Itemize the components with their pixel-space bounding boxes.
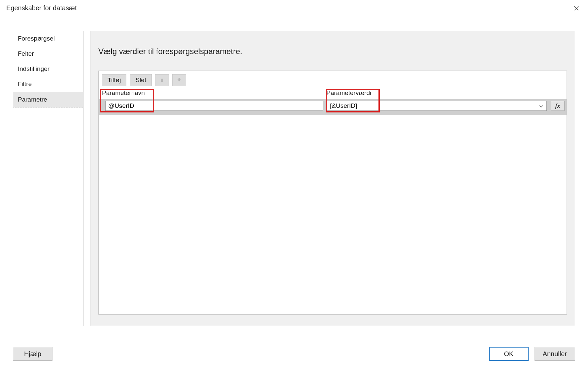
ok-button[interactable]: OK bbox=[489, 347, 529, 361]
parameter-row: @UserID [&UserID] fx bbox=[99, 99, 567, 112]
sidebar-item-label: Felter bbox=[18, 50, 34, 57]
add-button-label: Tilføj bbox=[108, 77, 121, 84]
sidebar-item-label: Parametre bbox=[18, 96, 47, 103]
help-button[interactable]: Hjælp bbox=[13, 347, 52, 361]
panel-heading: Vælg værdier til forespørgselsparametre. bbox=[90, 31, 575, 59]
arrow-down-icon bbox=[177, 77, 181, 84]
dialog-body: Forespørgsel Felter Indstillinger Filtre… bbox=[0, 16, 588, 339]
column-header-name: Parameternavn bbox=[99, 89, 323, 99]
fx-icon: fx bbox=[555, 103, 560, 109]
parameter-value-text: [&UserID] bbox=[330, 102, 357, 109]
cancel-button-label: Annuller bbox=[543, 350, 567, 358]
sidebar-item-settings[interactable]: Indstillinger bbox=[13, 61, 83, 77]
grid-toolbar: Tilføj Slet bbox=[99, 71, 567, 89]
expression-button[interactable]: fx bbox=[551, 101, 565, 111]
sidebar-item-label: Forespørgsel bbox=[18, 35, 55, 42]
move-up-button[interactable] bbox=[155, 74, 169, 86]
sidebar-item-label: Filtre bbox=[18, 80, 32, 87]
grid-row-spacer bbox=[99, 112, 567, 115]
row-selector[interactable] bbox=[101, 101, 105, 111]
dialog-footer: Hjælp OK Annuller bbox=[0, 339, 588, 369]
ok-button-label: OK bbox=[504, 350, 513, 358]
sidebar-item-parameters[interactable]: Parametre bbox=[13, 92, 83, 108]
close-icon[interactable] bbox=[570, 2, 583, 15]
window-title: Egenskaber for datasæt bbox=[6, 4, 570, 12]
grid-header-row: Parameternavn Parameterværdi bbox=[99, 89, 567, 99]
arrow-up-icon bbox=[160, 77, 164, 84]
titlebar: Egenskaber for datasæt bbox=[0, 0, 588, 16]
chevron-down-icon bbox=[539, 102, 543, 109]
parameters-grid: Tilføj Slet Parametern bbox=[98, 71, 567, 315]
sidebar-item-label: Indstillinger bbox=[18, 65, 49, 72]
parameter-value-dropdown[interactable]: [&UserID] bbox=[327, 101, 547, 111]
sidebar: Forespørgsel Felter Indstillinger Filtre… bbox=[13, 31, 83, 326]
main-panel: Vælg værdier til forespørgselsparametre.… bbox=[90, 31, 575, 326]
parameter-name-input[interactable]: @UserID bbox=[105, 101, 323, 111]
parameter-name-value: @UserID bbox=[108, 102, 134, 109]
sidebar-item-fields[interactable]: Felter bbox=[13, 46, 83, 61]
delete-button-label: Slet bbox=[135, 77, 146, 84]
add-button[interactable]: Tilføj bbox=[102, 74, 126, 86]
dataset-properties-dialog: Egenskaber for datasæt Forespørgsel Felt… bbox=[0, 0, 588, 369]
move-down-button[interactable] bbox=[172, 74, 186, 86]
cancel-button[interactable]: Annuller bbox=[535, 347, 575, 361]
help-button-label: Hjælp bbox=[24, 350, 41, 358]
sidebar-item-filters[interactable]: Filtre bbox=[13, 77, 83, 92]
sidebar-item-query[interactable]: Forespørgsel bbox=[13, 31, 83, 46]
delete-button[interactable]: Slet bbox=[130, 74, 152, 86]
column-header-value: Parameterværdi bbox=[323, 89, 567, 99]
